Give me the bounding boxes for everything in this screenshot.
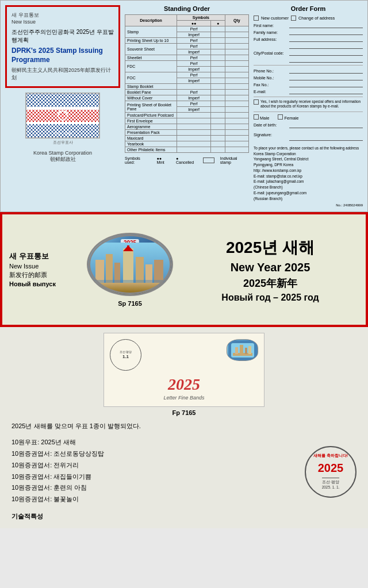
svg-rect-15 — [235, 347, 238, 354]
table-row: Stamp Booklet — [125, 84, 249, 90]
ni-russian: Новый выпуск — [9, 280, 78, 287]
title-korean: 2025년 새해 — [182, 237, 359, 259]
item-5: 10원증권엽서: 훈련의 아침 — [12, 482, 299, 494]
city-field: City/Postal code: — [254, 50, 363, 56]
qty-header: Qty — [225, 15, 248, 26]
table-row: Souvenir Sheet Perf — [125, 44, 249, 49]
title-block: 2025년 새해 New Year 2025 2025年新年 Новый год… — [182, 237, 359, 303]
svg-rect-7 — [127, 245, 129, 250]
change-address-checkbox[interactable] — [291, 16, 296, 21]
mobile-field: Mobile No.: — [254, 75, 363, 80]
sp-code: Sp 7165 — [84, 300, 176, 307]
env-postmark: 조선·평양 1.1 — [110, 339, 141, 371]
order-form-panel: Order Form New customer Change of addres… — [254, 5, 363, 207]
signature-field: Signature: — [254, 129, 363, 141]
mint-header: ●● — [177, 21, 211, 26]
male-option: Male — [254, 114, 269, 121]
standing-order-title: Standing Order — [125, 5, 249, 12]
ni-chinese: 新发行的邮票 — [9, 271, 78, 279]
svg-rect-5 — [123, 248, 133, 283]
desc-header: Description — [125, 15, 177, 26]
new-customer-checkbox[interactable] — [254, 16, 259, 21]
envelope-block: 조선·평양 1.1 — [103, 333, 264, 407]
table-row: Postcard/Picture Postcard — [125, 113, 249, 118]
fp-code: Fp 7165 — [6, 409, 362, 416]
main-description: 2025년 새해를 맞으며 우표 1종이 발행되었다. — [12, 421, 299, 432]
address2-field — [254, 43, 363, 49]
left-panel: 새 우표통보 New Issue 조선민주주의인민공화국 2025년 우표발행계… — [5, 5, 120, 207]
stamp-image-block: 2025 — [84, 233, 176, 307]
title-english: New Year 2025 — [182, 261, 359, 274]
special-offers-row: Yes, I wish to regularly receive special… — [254, 99, 363, 109]
doc-number: No.: 240B024999 — [254, 203, 363, 207]
description-block: 2025년 새해를 맞으며 우표 1종이 발행되었다. 10원우표: 2025년… — [12, 421, 299, 522]
tech-label: 기술적특성 — [12, 511, 299, 522]
address-field: Full address: — [254, 36, 363, 42]
table-row: First Envelope — [125, 118, 249, 124]
svg-rect-10 — [154, 260, 163, 283]
svg-rect-16 — [240, 345, 243, 354]
new-issue-label: 새 우표통보 New Issue — [12, 11, 114, 25]
item-6: 10원증권엽서: 불꽃놀이 — [12, 494, 299, 505]
table-row: Sheetlet Perf — [125, 55, 249, 61]
title-chinese: 2025年新年 — [182, 276, 359, 290]
svg-rect-4 — [114, 263, 120, 283]
item-3: 10원증권엽서: 전위거리 — [12, 460, 299, 471]
chinese-title: 朝鲜民主主义人民共和国2025年邮票发行计划 — [12, 67, 114, 82]
city2-field — [254, 57, 363, 63]
new-customer-label: New customer — [261, 16, 289, 21]
svg-rect-17 — [245, 348, 247, 354]
city-svg — [90, 243, 170, 294]
item-4: 10원증권엽서: 새집들이기쁨 — [12, 471, 299, 483]
email-field: E-mail: — [254, 89, 363, 94]
female-checkbox[interactable] — [278, 114, 283, 120]
table-row: Presentation Pack — [125, 130, 249, 136]
svg-rect-11 — [90, 280, 170, 283]
bottom-section: 조선·평양 1.1 — [0, 327, 368, 528]
firstname-field: First name: — [254, 22, 363, 28]
top-section: 새 우표통보 New Issue 조선민주주의인민공화국 2025년 우표발행계… — [0, 0, 368, 212]
male-checkbox[interactable] — [254, 114, 259, 120]
dob-field: Date of birth: — [254, 122, 363, 128]
standing-order-table: Description Symbols Qty ●● ● Stamp Perf … — [125, 14, 249, 153]
table-row: Other Philatelic Items — [125, 147, 249, 153]
postmark-circle: 새해를 축하합니다! 2025 조선·평양 2025. 1. 1. — [305, 446, 356, 498]
korean-title: 조선민주주의인민공화국 2025년 우표발행계획 — [12, 28, 114, 44]
ni-english: New Issue — [9, 263, 78, 270]
middle-section: 새 우표통보 New Issue 新发行的邮票 Новый выпуск 202… — [0, 212, 368, 327]
postmark-year: 2025 — [318, 459, 344, 476]
special-offers-checkbox[interactable] — [254, 99, 259, 105]
table-row: FDC Perf — [125, 61, 249, 67]
env-stamp — [227, 339, 258, 361]
table-row: Without Cover Imperf — [125, 95, 249, 101]
table-row: Stamp Perf — [125, 26, 249, 32]
change-address-label: Change of address — [298, 16, 335, 21]
postmark-country: 조선·평양 — [322, 478, 339, 485]
item-2: 10원증권엽서: 조선로동당상징탑 — [12, 448, 299, 460]
order-form-title: Order Form — [254, 5, 363, 12]
table-row: Maxicard — [125, 136, 249, 141]
svg-rect-3 — [106, 254, 113, 283]
svg-rect-8 — [136, 257, 144, 283]
table-row: Printing Sheet of Booklet Pane Perf — [125, 101, 249, 107]
table-row: Printing Sheet Up to 10 Perf — [125, 38, 249, 44]
svg-rect-1 — [90, 283, 170, 294]
corp-name: Korea Stamp Corporation 朝鲜邮政社 — [5, 150, 120, 163]
envelope-wrapper: 조선·평양 1.1 — [6, 333, 362, 407]
stamp-oval: 2025 — [87, 233, 173, 296]
table-row: Yearbook — [125, 141, 249, 147]
postmark-date: 2025. 1. 1. — [322, 485, 340, 490]
symbols-header: Symbols — [177, 15, 225, 21]
table-row: Booklet Pane Perf — [125, 90, 249, 95]
cancelled-header: ● — [211, 21, 225, 26]
svg-rect-18 — [248, 346, 251, 354]
postmark-decoration: 새해를 축하합니다! 2025 조선·평양 2025. 1. 1. — [305, 421, 356, 522]
symbols-legend: Symbols used: ●● Mint ● Cancelled Indivi… — [125, 156, 249, 164]
svg-rect-2 — [95, 260, 104, 283]
dprk-title-en: DPRK's 2025 Stamp Issuing Programme — [12, 47, 114, 64]
new-customer-row: New customer Change of address — [254, 16, 363, 21]
female-option: Female — [278, 114, 298, 121]
phone-field: Phone No.: — [254, 68, 363, 74]
new-issue-block: 새 우표통보 New Issue 新发行的邮票 Новый выпуск — [9, 251, 78, 289]
item-1: 10원우표: 2025년 새해 — [12, 437, 299, 448]
